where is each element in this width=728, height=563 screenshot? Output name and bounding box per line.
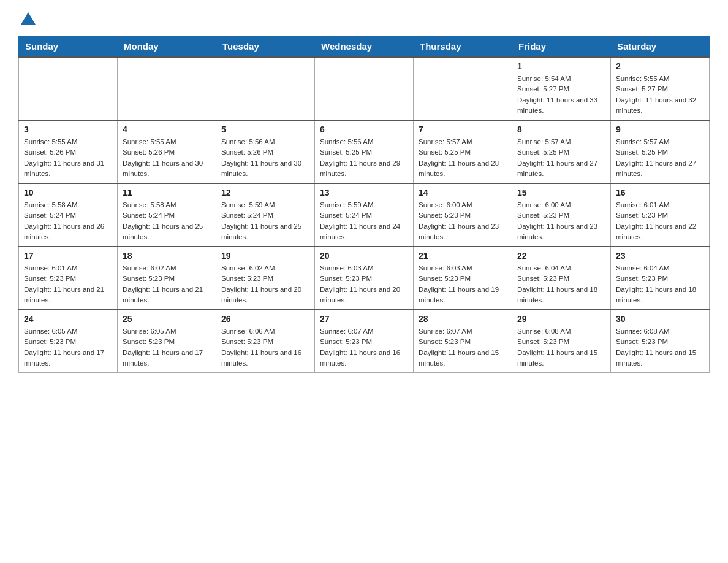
calendar-week-row: 3Sunrise: 5:55 AMSunset: 5:26 PMDaylight… — [19, 120, 710, 183]
calendar-cell: 10Sunrise: 5:58 AMSunset: 5:24 PMDayligh… — [19, 183, 118, 247]
day-number: 4 — [123, 124, 211, 134]
calendar-cell: 20Sunrise: 6:03 AMSunset: 5:23 PMDayligh… — [315, 247, 414, 310]
day-info: Sunrise: 6:04 AMSunset: 5:23 PMDaylight:… — [517, 263, 605, 305]
calendar-cell: 23Sunrise: 6:04 AMSunset: 5:23 PMDayligh… — [611, 247, 710, 310]
day-number: 15 — [517, 188, 605, 197]
day-number: 6 — [320, 124, 408, 134]
day-info: Sunrise: 5:59 AMSunset: 5:24 PMDaylight:… — [221, 200, 309, 242]
calendar-cell: 17Sunrise: 6:01 AMSunset: 5:23 PMDayligh… — [19, 247, 118, 310]
calendar-cell — [216, 57, 315, 120]
calendar-cell: 13Sunrise: 5:59 AMSunset: 5:24 PMDayligh… — [315, 183, 414, 247]
calendar-cell: 18Sunrise: 6:02 AMSunset: 5:23 PMDayligh… — [118, 247, 216, 310]
day-number: 22 — [517, 251, 605, 261]
calendar-cell: 11Sunrise: 5:58 AMSunset: 5:24 PMDayligh… — [118, 183, 216, 247]
day-number: 11 — [123, 188, 211, 197]
day-info: Sunrise: 6:00 AMSunset: 5:23 PMDaylight:… — [517, 200, 605, 242]
logo-triangle-icon — [21, 12, 36, 25]
page-header — [18, 12, 710, 23]
day-info: Sunrise: 5:57 AMSunset: 5:25 PMDaylight:… — [419, 137, 507, 179]
calendar-cell: 29Sunrise: 6:08 AMSunset: 5:23 PMDayligh… — [512, 310, 611, 373]
day-info: Sunrise: 6:08 AMSunset: 5:23 PMDaylight:… — [517, 326, 605, 369]
day-info: Sunrise: 6:07 AMSunset: 5:23 PMDaylight:… — [320, 326, 408, 369]
day-info: Sunrise: 6:03 AMSunset: 5:23 PMDaylight:… — [320, 263, 408, 305]
day-number: 1 — [517, 61, 605, 71]
calendar-cell: 30Sunrise: 6:08 AMSunset: 5:23 PMDayligh… — [611, 310, 710, 373]
day-of-week-header: Thursday — [414, 36, 512, 58]
calendar-cell: 7Sunrise: 5:57 AMSunset: 5:25 PMDaylight… — [414, 120, 512, 183]
day-of-week-header: Wednesday — [315, 36, 414, 58]
calendar-cell — [414, 57, 512, 120]
day-info: Sunrise: 6:00 AMSunset: 5:23 PMDaylight:… — [419, 200, 507, 242]
calendar-cell: 2Sunrise: 5:55 AMSunset: 5:27 PMDaylight… — [611, 57, 710, 120]
day-info: Sunrise: 5:54 AMSunset: 5:27 PMDaylight:… — [517, 74, 605, 116]
calendar-cell: 27Sunrise: 6:07 AMSunset: 5:23 PMDayligh… — [315, 310, 414, 373]
day-info: Sunrise: 6:07 AMSunset: 5:23 PMDaylight:… — [419, 326, 507, 369]
calendar-cell: 4Sunrise: 5:55 AMSunset: 5:26 PMDaylight… — [118, 120, 216, 183]
day-of-week-header: Sunday — [19, 36, 118, 58]
day-info: Sunrise: 6:05 AMSunset: 5:23 PMDaylight:… — [123, 326, 211, 369]
calendar-cell: 5Sunrise: 5:56 AMSunset: 5:26 PMDaylight… — [216, 120, 315, 183]
day-info: Sunrise: 6:08 AMSunset: 5:23 PMDaylight:… — [616, 326, 704, 369]
day-number: 20 — [320, 251, 408, 261]
day-info: Sunrise: 6:06 AMSunset: 5:23 PMDaylight:… — [221, 326, 309, 369]
day-info: Sunrise: 6:02 AMSunset: 5:23 PMDaylight:… — [221, 263, 309, 305]
day-number: 27 — [320, 314, 408, 324]
day-info: Sunrise: 6:02 AMSunset: 5:23 PMDaylight:… — [123, 263, 211, 305]
calendar-cell: 14Sunrise: 6:00 AMSunset: 5:23 PMDayligh… — [414, 183, 512, 247]
day-info: Sunrise: 5:58 AMSunset: 5:24 PMDaylight:… — [24, 200, 112, 242]
day-info: Sunrise: 5:55 AMSunset: 5:26 PMDaylight:… — [123, 137, 211, 179]
calendar-cell: 24Sunrise: 6:05 AMSunset: 5:23 PMDayligh… — [19, 310, 118, 373]
day-of-week-header: Monday — [118, 36, 216, 58]
day-number: 24 — [24, 314, 112, 324]
day-number: 19 — [221, 251, 309, 261]
calendar-cell: 21Sunrise: 6:03 AMSunset: 5:23 PMDayligh… — [414, 247, 512, 310]
day-number: 18 — [123, 251, 211, 261]
calendar-cell — [118, 57, 216, 120]
day-number: 23 — [616, 251, 704, 261]
calendar-table: SundayMondayTuesdayWednesdayThursdayFrid… — [18, 36, 710, 373]
calendar-cell — [19, 57, 118, 120]
calendar-week-row: 1Sunrise: 5:54 AMSunset: 5:27 PMDaylight… — [19, 57, 710, 120]
day-number: 8 — [517, 124, 605, 134]
day-number: 25 — [123, 314, 211, 324]
calendar-cell: 9Sunrise: 5:57 AMSunset: 5:25 PMDaylight… — [611, 120, 710, 183]
day-info: Sunrise: 5:56 AMSunset: 5:26 PMDaylight:… — [221, 137, 309, 179]
day-info: Sunrise: 5:55 AMSunset: 5:26 PMDaylight:… — [24, 137, 112, 179]
calendar-cell: 25Sunrise: 6:05 AMSunset: 5:23 PMDayligh… — [118, 310, 216, 373]
day-number: 29 — [517, 314, 605, 324]
day-info: Sunrise: 6:05 AMSunset: 5:23 PMDaylight:… — [24, 326, 112, 369]
day-info: Sunrise: 5:56 AMSunset: 5:25 PMDaylight:… — [320, 137, 408, 179]
day-number: 5 — [221, 124, 309, 134]
calendar-cell: 8Sunrise: 5:57 AMSunset: 5:25 PMDaylight… — [512, 120, 611, 183]
day-number: 3 — [24, 124, 112, 134]
calendar-cell: 12Sunrise: 5:59 AMSunset: 5:24 PMDayligh… — [216, 183, 315, 247]
calendar-cell — [315, 57, 414, 120]
day-number: 21 — [419, 251, 507, 261]
day-number: 17 — [24, 251, 112, 261]
day-info: Sunrise: 5:58 AMSunset: 5:24 PMDaylight:… — [123, 200, 211, 242]
day-of-week-header: Tuesday — [216, 36, 315, 58]
calendar-cell: 22Sunrise: 6:04 AMSunset: 5:23 PMDayligh… — [512, 247, 611, 310]
day-number: 9 — [616, 124, 704, 134]
calendar-cell: 6Sunrise: 5:56 AMSunset: 5:25 PMDaylight… — [315, 120, 414, 183]
day-number: 26 — [221, 314, 309, 324]
calendar-header-row: SundayMondayTuesdayWednesdayThursdayFrid… — [19, 36, 710, 58]
calendar-cell: 26Sunrise: 6:06 AMSunset: 5:23 PMDayligh… — [216, 310, 315, 373]
day-info: Sunrise: 5:59 AMSunset: 5:24 PMDaylight:… — [320, 200, 408, 242]
calendar-week-row: 10Sunrise: 5:58 AMSunset: 5:24 PMDayligh… — [19, 183, 710, 247]
day-info: Sunrise: 5:55 AMSunset: 5:27 PMDaylight:… — [616, 74, 704, 116]
day-number: 28 — [419, 314, 507, 324]
day-info: Sunrise: 6:01 AMSunset: 5:23 PMDaylight:… — [616, 200, 704, 242]
day-info: Sunrise: 6:04 AMSunset: 5:23 PMDaylight:… — [616, 263, 704, 305]
calendar-cell: 16Sunrise: 6:01 AMSunset: 5:23 PMDayligh… — [611, 183, 710, 247]
day-info: Sunrise: 5:57 AMSunset: 5:25 PMDaylight:… — [616, 137, 704, 179]
logo — [18, 12, 36, 23]
day-number: 12 — [221, 188, 309, 197]
day-info: Sunrise: 6:03 AMSunset: 5:23 PMDaylight:… — [419, 263, 507, 305]
calendar-cell: 3Sunrise: 5:55 AMSunset: 5:26 PMDaylight… — [19, 120, 118, 183]
day-number: 30 — [616, 314, 704, 324]
calendar-week-row: 17Sunrise: 6:01 AMSunset: 5:23 PMDayligh… — [19, 247, 710, 310]
day-number: 10 — [24, 188, 112, 197]
day-number: 14 — [419, 188, 507, 197]
day-number: 7 — [419, 124, 507, 134]
